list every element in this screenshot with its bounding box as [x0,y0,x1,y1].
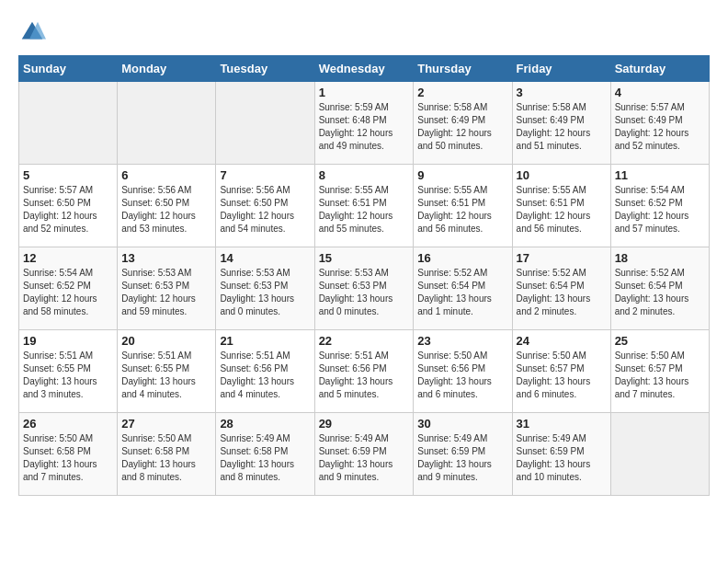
calendar-cell: 31Sunrise: 5:49 AM Sunset: 6:59 PM Dayli… [512,413,610,496]
day-number: 11 [615,168,705,182]
weekday-header-friday: Friday [512,56,610,82]
day-number: 2 [417,86,507,99]
day-number: 4 [615,86,705,99]
calendar-cell: 21Sunrise: 5:51 AM Sunset: 6:56 PM Dayli… [216,330,314,413]
day-number: 13 [121,251,211,265]
day-number: 25 [615,334,705,348]
day-info: Sunrise: 5:50 AM Sunset: 6:58 PM Dayligh… [121,432,211,484]
day-number: 9 [417,168,507,182]
day-number: 14 [220,251,310,265]
weekday-header-monday: Monday [118,56,216,82]
logo [18,18,50,46]
day-number: 15 [319,251,410,265]
day-info: Sunrise: 5:51 AM Sunset: 6:55 PM Dayligh… [23,350,113,401]
calendar-week-row: 1Sunrise: 5:59 AM Sunset: 6:48 PM Daylig… [19,82,710,165]
day-info: Sunrise: 5:53 AM Sunset: 6:53 PM Dayligh… [121,267,211,318]
day-number: 12 [23,251,113,265]
calendar-cell: 25Sunrise: 5:50 AM Sunset: 6:57 PM Dayli… [610,330,709,413]
day-info: Sunrise: 5:49 AM Sunset: 6:58 PM Dayligh… [220,432,310,484]
day-info: Sunrise: 5:50 AM Sunset: 6:58 PM Dayligh… [23,432,113,484]
day-number: 21 [220,334,310,348]
day-number: 31 [517,417,607,431]
day-info: Sunrise: 5:50 AM Sunset: 6:57 PM Dayligh… [517,350,607,401]
calendar-cell: 12Sunrise: 5:54 AM Sunset: 6:52 PM Dayli… [19,247,118,330]
day-number: 17 [517,251,607,265]
calendar-cell: 22Sunrise: 5:51 AM Sunset: 6:56 PM Dayli… [314,330,414,413]
day-info: Sunrise: 5:51 AM Sunset: 6:56 PM Dayligh… [319,350,410,401]
day-info: Sunrise: 5:54 AM Sunset: 6:52 PM Dayligh… [23,267,113,318]
calendar-cell: 13Sunrise: 5:53 AM Sunset: 6:53 PM Dayli… [118,247,216,330]
calendar-cell: 27Sunrise: 5:50 AM Sunset: 6:58 PM Dayli… [118,413,216,496]
day-info: Sunrise: 5:55 AM Sunset: 6:51 PM Dayligh… [417,184,507,236]
logo-icon [18,18,46,46]
calendar-week-row: 5Sunrise: 5:57 AM Sunset: 6:50 PM Daylig… [19,165,710,247]
day-info: Sunrise: 5:52 AM Sunset: 6:54 PM Dayligh… [417,267,507,318]
calendar-cell: 30Sunrise: 5:49 AM Sunset: 6:59 PM Dayli… [414,413,512,496]
weekday-header-thursday: Thursday [414,56,512,82]
day-info: Sunrise: 5:49 AM Sunset: 6:59 PM Dayligh… [319,432,410,484]
calendar-cell: 11Sunrise: 5:54 AM Sunset: 6:52 PM Dayli… [610,165,709,247]
calendar-cell: 23Sunrise: 5:50 AM Sunset: 6:56 PM Dayli… [414,330,512,413]
day-number: 30 [417,417,507,431]
day-info: Sunrise: 5:50 AM Sunset: 6:57 PM Dayligh… [615,350,705,401]
calendar-cell: 3Sunrise: 5:58 AM Sunset: 6:49 PM Daylig… [512,82,610,165]
day-number: 16 [417,251,507,265]
weekday-header-saturday: Saturday [610,56,709,82]
day-number: 1 [319,86,410,99]
calendar-cell: 18Sunrise: 5:52 AM Sunset: 6:54 PM Dayli… [610,247,709,330]
day-number: 10 [517,168,607,182]
calendar-cell [216,82,314,165]
calendar-cell: 1Sunrise: 5:59 AM Sunset: 6:48 PM Daylig… [314,82,414,165]
day-info: Sunrise: 5:57 AM Sunset: 6:50 PM Dayligh… [23,184,113,236]
day-info: Sunrise: 5:52 AM Sunset: 6:54 PM Dayligh… [615,267,705,318]
day-info: Sunrise: 5:53 AM Sunset: 6:53 PM Dayligh… [220,267,310,318]
day-number: 26 [23,417,113,431]
day-number: 7 [220,168,310,182]
calendar-cell: 24Sunrise: 5:50 AM Sunset: 6:57 PM Dayli… [512,330,610,413]
calendar-table: SundayMondayTuesdayWednesdayThursdayFrid… [18,55,710,496]
day-info: Sunrise: 5:54 AM Sunset: 6:52 PM Dayligh… [615,184,705,236]
calendar-cell: 17Sunrise: 5:52 AM Sunset: 6:54 PM Dayli… [512,247,610,330]
weekday-header-row: SundayMondayTuesdayWednesdayThursdayFrid… [19,56,710,82]
calendar-week-row: 26Sunrise: 5:50 AM Sunset: 6:58 PM Dayli… [19,413,710,496]
day-info: Sunrise: 5:51 AM Sunset: 6:56 PM Dayligh… [220,350,310,401]
calendar-cell: 5Sunrise: 5:57 AM Sunset: 6:50 PM Daylig… [19,165,118,247]
day-info: Sunrise: 5:52 AM Sunset: 6:54 PM Dayligh… [517,267,607,318]
calendar-cell: 9Sunrise: 5:55 AM Sunset: 6:51 PM Daylig… [414,165,512,247]
day-number: 23 [417,334,507,348]
calendar-cell: 26Sunrise: 5:50 AM Sunset: 6:58 PM Dayli… [19,413,118,496]
calendar-cell: 15Sunrise: 5:53 AM Sunset: 6:53 PM Dayli… [314,247,414,330]
day-info: Sunrise: 5:55 AM Sunset: 6:51 PM Dayligh… [517,184,607,236]
calendar-cell: 20Sunrise: 5:51 AM Sunset: 6:55 PM Dayli… [118,330,216,413]
calendar-week-row: 12Sunrise: 5:54 AM Sunset: 6:52 PM Dayli… [19,247,710,330]
weekday-header-wednesday: Wednesday [314,56,414,82]
page-header [18,18,710,46]
calendar-cell [118,82,216,165]
calendar-cell: 19Sunrise: 5:51 AM Sunset: 6:55 PM Dayli… [19,330,118,413]
calendar-cell: 2Sunrise: 5:58 AM Sunset: 6:49 PM Daylig… [414,82,512,165]
day-info: Sunrise: 5:49 AM Sunset: 6:59 PM Dayligh… [517,432,607,484]
day-info: Sunrise: 5:51 AM Sunset: 6:55 PM Dayligh… [121,350,211,401]
calendar-cell: 7Sunrise: 5:56 AM Sunset: 6:50 PM Daylig… [216,165,314,247]
day-info: Sunrise: 5:58 AM Sunset: 6:49 PM Dayligh… [417,101,507,153]
day-number: 22 [319,334,410,348]
calendar-cell: 4Sunrise: 5:57 AM Sunset: 6:49 PM Daylig… [610,82,709,165]
day-info: Sunrise: 5:50 AM Sunset: 6:56 PM Dayligh… [417,350,507,401]
day-info: Sunrise: 5:49 AM Sunset: 6:59 PM Dayligh… [417,432,507,484]
calendar-cell [610,413,709,496]
day-number: 29 [319,417,410,431]
day-info: Sunrise: 5:58 AM Sunset: 6:49 PM Dayligh… [517,101,607,153]
calendar-week-row: 19Sunrise: 5:51 AM Sunset: 6:55 PM Dayli… [19,330,710,413]
day-info: Sunrise: 5:55 AM Sunset: 6:51 PM Dayligh… [319,184,410,236]
day-number: 3 [517,86,607,99]
day-number: 20 [121,334,211,348]
calendar-cell: 6Sunrise: 5:56 AM Sunset: 6:50 PM Daylig… [118,165,216,247]
weekday-header-tuesday: Tuesday [216,56,314,82]
day-info: Sunrise: 5:59 AM Sunset: 6:48 PM Dayligh… [319,101,410,153]
calendar-cell: 16Sunrise: 5:52 AM Sunset: 6:54 PM Dayli… [414,247,512,330]
calendar-cell: 14Sunrise: 5:53 AM Sunset: 6:53 PM Dayli… [216,247,314,330]
day-number: 27 [121,417,211,431]
day-number: 8 [319,168,410,182]
day-info: Sunrise: 5:53 AM Sunset: 6:53 PM Dayligh… [319,267,410,318]
calendar-cell: 10Sunrise: 5:55 AM Sunset: 6:51 PM Dayli… [512,165,610,247]
